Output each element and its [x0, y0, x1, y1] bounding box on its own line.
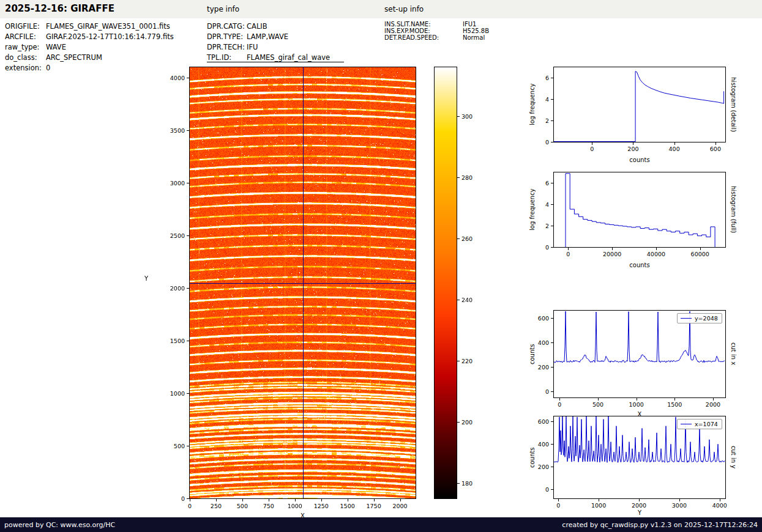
- meta-row-tpl-id: TPL.ID: FLAMES_giraf_cal_wave: [0, 53, 762, 62]
- main-y-tick-label: 1500: [170, 337, 185, 344]
- svg-cy-x-tick-label: 1000: [591, 502, 606, 509]
- svg-cx-x-tick-label: 500: [592, 401, 603, 408]
- cut-in-x-legend: y=2048: [677, 313, 722, 323]
- svg-hf-y-tick-label: 2: [545, 223, 549, 229]
- svg-cy-x-tick: [639, 499, 640, 501]
- main-x-tick-label: 1250: [314, 503, 329, 509]
- main-x-tick: [295, 499, 296, 501]
- svg-cy-x-tick-label: 2000: [632, 502, 646, 509]
- legend-line-sample: [681, 318, 692, 319]
- svg-hf-x-tick-label: 20000: [603, 251, 621, 257]
- svg-hf-y-tick-label: 0: [545, 244, 549, 251]
- main-x-tick-label: 1750: [367, 503, 381, 509]
- meta-value: Normal: [463, 34, 485, 41]
- type-info-heading: type info: [207, 5, 239, 13]
- meta-value: H525.8B: [463, 28, 489, 34]
- svg-cx-x-tick: [598, 398, 599, 401]
- svg-hd-y-tick: [551, 99, 553, 100]
- cut-in-x-ylabel: counts: [528, 311, 536, 397]
- svg-cy-y-tick: [551, 489, 553, 490]
- svg-cy-y-tick: [551, 444, 553, 445]
- svg-hf-x-tick: [700, 248, 701, 250]
- main-x-tick-label: 250: [211, 503, 222, 509]
- svg-cy-x-tick: [599, 499, 599, 501]
- meta-value: IFU1: [463, 21, 476, 28]
- svg-hd-x-tick: [674, 142, 675, 145]
- svg-hd-y-tick-label: 0: [545, 139, 549, 146]
- svg-cy-y-tick-label: 200: [538, 464, 549, 470]
- svg-hd-x-tick-label: 400: [669, 146, 680, 152]
- meta-key: extension:: [5, 64, 42, 72]
- histogram-detail-plot: [553, 67, 726, 142]
- main-ylabel: Y: [144, 275, 148, 282]
- svg-cx-y-tick: [551, 318, 553, 319]
- colorbar-tick-label: 280: [461, 174, 473, 181]
- svg-hf-x-tick-label: 40000: [647, 251, 665, 257]
- colorbar-tick: [457, 361, 460, 361]
- svg-hd-x-tick-label: 600: [710, 146, 721, 152]
- qc-report-page: 2025-12-16: GIRAFFE type info set-up inf…: [0, 0, 762, 532]
- main-x-tick-label: 1000: [288, 503, 302, 509]
- histogram-detail-xlabel: counts: [554, 157, 725, 163]
- svg-cx-x-tick: [674, 398, 675, 401]
- svg-cy-y-tick: [551, 421, 553, 422]
- svg-hf-y-tick: [551, 183, 553, 183]
- cut-in-x-right-label: cut in x: [729, 311, 738, 397]
- svg-cx-x-tick: [713, 398, 714, 401]
- main-y-tick: [187, 393, 189, 394]
- svg-hd-y-tick-label: 4: [545, 96, 549, 103]
- svg-cy-y-tick-label: 400: [538, 441, 549, 448]
- svg-cx-y-tick: [551, 342, 553, 343]
- colorbar-tick: [457, 483, 460, 484]
- svg-hd-y-tick: [551, 142, 553, 142]
- main-x-tick-label: 0: [188, 503, 192, 509]
- main-y-tick: [187, 498, 189, 499]
- setup-info-heading: set-up info: [384, 5, 424, 13]
- svg-cy-x-tick: [720, 499, 720, 501]
- colorbar-tick-label: 180: [461, 480, 473, 487]
- histogram-full-xlabel: counts: [554, 262, 725, 268]
- cut-in-y-xlabel: Y: [554, 509, 725, 516]
- histogram-detail-right-label: histogram (detail): [729, 67, 738, 142]
- svg-cx-x-tick-label: 1000: [629, 401, 644, 408]
- histogram-full-right-label: histogram (full): [729, 172, 738, 247]
- main-y-tick-label: 2500: [170, 232, 185, 238]
- svg-cx-y-tick-label: 600: [538, 315, 549, 322]
- footer-bar: powered by QC: www.eso.org/HC created by…: [0, 517, 762, 532]
- svg-hd-x-tick: [633, 142, 633, 145]
- svg-cx-y-tick-label: 200: [538, 364, 549, 371]
- svg-hd-x-tick-label: 0: [590, 146, 594, 152]
- main-y-tick: [187, 341, 189, 341]
- svg-cy-x-tick: [679, 499, 680, 501]
- meta-value: IFU: [247, 43, 258, 51]
- meta-key: INS.EXP.MODE:: [384, 28, 430, 34]
- svg-cy-y-tick-label: 0: [545, 486, 549, 493]
- tpl-id-link[interactable]: FLAMES_giraf_cal_wave: [247, 53, 330, 62]
- main-x-tick: [400, 499, 401, 501]
- svg-cx-x-tick-label: 2000: [706, 401, 720, 408]
- main-y-tick: [187, 235, 189, 236]
- svg-cx-x-tick-label: 0: [558, 401, 561, 408]
- meta-key: TPL.ID:: [207, 53, 231, 62]
- svg-cx-x-tick: [637, 398, 637, 401]
- svg-cy-y-tick: [551, 467, 553, 467]
- main-x-tick: [269, 499, 269, 501]
- svg-cy-x-tick: [558, 499, 559, 501]
- main-y-tick: [187, 288, 189, 289]
- histogram-detail-ylabel: log frequency: [528, 67, 536, 142]
- main-y-tick-label: 3500: [170, 127, 185, 133]
- main-y-tick-label: 0: [181, 495, 185, 502]
- colorbar-tick: [457, 177, 460, 178]
- main-y-tick: [187, 446, 189, 446]
- meta-key: DET.READ.SPEED:: [384, 34, 439, 41]
- svg-cx-x-tick: [559, 398, 560, 401]
- svg-cy-x-tick-label: 3000: [672, 502, 687, 509]
- svg-hd-x-tick-label: 200: [627, 146, 638, 152]
- colorbar-tick: [457, 300, 460, 300]
- svg-hf-x-tick-label: 60000: [691, 251, 709, 257]
- svg-hf-y-tick: [551, 247, 553, 248]
- legend-label: y=2048: [695, 315, 718, 322]
- svg-hf-x-tick: [656, 248, 657, 250]
- main-y-tick-label: 500: [174, 442, 185, 449]
- legend-label: x=1074: [695, 421, 718, 427]
